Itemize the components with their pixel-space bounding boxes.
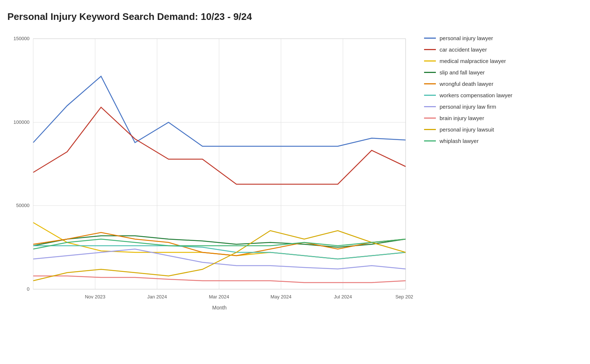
legend-color-7 bbox=[424, 118, 436, 119]
line-personal-injury-lawyer bbox=[33, 76, 406, 146]
x-axis-label: Month bbox=[212, 305, 227, 311]
y-tick-100k: 100000 bbox=[14, 119, 30, 125]
x-tick-sep24: Sep 2024 bbox=[395, 294, 413, 300]
chart-area: 0 50000 100000 150000 Nov 2023 Jan 2024 … bbox=[7, 31, 413, 311]
legend-label-6: personal injury law firm bbox=[440, 104, 496, 110]
legend-label-4: wrongful death lawyer bbox=[440, 81, 493, 87]
legend-item-7: brain injury lawyer bbox=[424, 115, 583, 121]
y-tick-150k: 150000 bbox=[14, 36, 30, 41]
legend-color-0 bbox=[424, 38, 436, 39]
svg-rect-10 bbox=[33, 39, 406, 289]
legend-item-5: workers compensation lawyer bbox=[424, 92, 583, 98]
legend-item-9: whiplash lawyer bbox=[424, 138, 583, 144]
legend-label-3: slip and fall lawyer bbox=[440, 69, 485, 76]
legend-color-4 bbox=[424, 83, 436, 84]
chart-container: 0 50000 100000 150000 Nov 2023 Jan 2024 … bbox=[7, 31, 583, 311]
x-tick-may24: May 2024 bbox=[270, 294, 291, 300]
line-car-accident-lawyer bbox=[33, 107, 406, 184]
legend-color-2 bbox=[424, 60, 436, 62]
line-wrongful-death-lawyer bbox=[33, 232, 406, 256]
chart-title: Personal Injury Keyword Search Demand: 1… bbox=[7, 11, 583, 22]
legend-color-8 bbox=[424, 129, 436, 130]
x-tick-jul24: Jul 2024 bbox=[334, 294, 352, 300]
legend-color-9 bbox=[424, 140, 436, 141]
legend-item-8: personal injury lawsuit bbox=[424, 126, 583, 133]
line-personal-injury-law-firm bbox=[33, 249, 406, 269]
legend-item-1: car accident lawyer bbox=[424, 46, 583, 53]
legend-area: personal injury lawyercar accident lawye… bbox=[413, 31, 583, 149]
legend-label-9: whiplash lawyer bbox=[440, 138, 479, 144]
legend-label-2: medical malpractice lawyer bbox=[440, 58, 506, 64]
x-tick-jan24: Jan 2024 bbox=[147, 294, 167, 300]
legend-color-3 bbox=[424, 72, 436, 73]
legend-label-7: brain injury lawyer bbox=[440, 115, 484, 121]
x-tick-nov23: Nov 2023 bbox=[85, 294, 105, 300]
line-brain-injury-lawyer bbox=[33, 276, 406, 283]
legend-item-2: medical malpractice lawyer bbox=[424, 58, 583, 64]
legend-item-4: wrongful death lawyer bbox=[424, 81, 583, 87]
y-tick-0: 0 bbox=[27, 286, 30, 292]
legend-label-5: workers compensation lawyer bbox=[440, 92, 513, 98]
legend-color-5 bbox=[424, 95, 436, 96]
legend-label-1: car accident lawyer bbox=[440, 46, 487, 53]
legend-color-6 bbox=[424, 106, 436, 107]
x-tick-mar24: Mar 2024 bbox=[209, 294, 229, 300]
legend-item-0: personal injury lawyer bbox=[424, 35, 583, 41]
chart-svg: 0 50000 100000 150000 Nov 2023 Jan 2024 … bbox=[7, 31, 413, 311]
legend-item-3: slip and fall lawyer bbox=[424, 69, 583, 76]
legend-color-1 bbox=[424, 49, 436, 50]
legend-label-0: personal injury lawyer bbox=[440, 35, 493, 41]
legend-label-8: personal injury lawsuit bbox=[440, 126, 494, 133]
y-tick-50k: 50000 bbox=[16, 203, 30, 208]
legend-item-6: personal injury law firm bbox=[424, 104, 583, 110]
line-personal-injury-lawsuit bbox=[33, 231, 406, 281]
